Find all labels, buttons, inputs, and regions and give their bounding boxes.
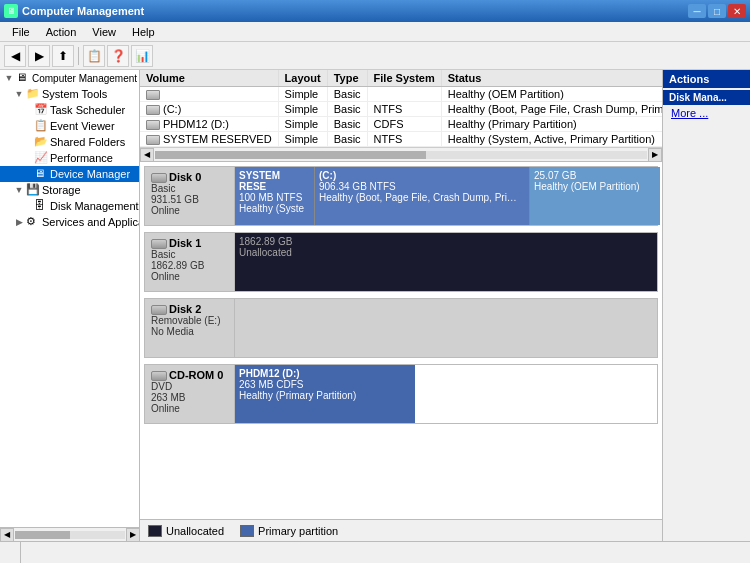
tree-item-disk-management[interactable]: 🗄 Disk Management <box>0 198 139 214</box>
tree-label-performance: Performance <box>50 152 113 164</box>
scroll-left[interactable]: ◀ <box>0 528 14 542</box>
cell-2-3: CDFS <box>367 117 441 132</box>
tree-item-shared-folders[interactable]: 📂 Shared Folders <box>0 134 139 150</box>
actions-panel: Actions Disk Mana... More ... <box>662 70 750 541</box>
disk-label-disk1: Disk 1Basic1862.89 GBOnline <box>145 233 235 291</box>
disk-drive-icon <box>151 305 167 315</box>
disk-type-label: Basic <box>151 249 228 260</box>
menu-action[interactable]: Action <box>38 24 85 40</box>
scroll-right[interactable]: ▶ <box>126 528 140 542</box>
folder-shared-icon: 📂 <box>34 135 48 149</box>
tree-item-system-tools[interactable]: ▼ 📁 System Tools <box>0 86 139 102</box>
cell-1-0: (C:) <box>140 102 278 117</box>
hscroll-right[interactable]: ▶ <box>648 148 662 162</box>
expand-icon <box>26 135 34 149</box>
disk-row-disk0: Disk 0Basic931.51 GBOnlineSYSTEM RESE100… <box>144 166 658 226</box>
table-row[interactable]: SYSTEM RESERVEDSimpleBasicNTFSHealthy (S… <box>140 132 662 147</box>
legend-primary-label: Primary partition <box>258 525 338 537</box>
tree-label-disk-management: Disk Management <box>50 200 139 212</box>
actions-section-header: Disk Mana... <box>663 90 750 105</box>
partition-status: Healthy (Boot, Page File, Crash Dump, Pr… <box>319 192 525 203</box>
up-button[interactable]: ⬆ <box>52 45 74 67</box>
tree-item-task-scheduler[interactable]: 📅 Task Scheduler <box>0 102 139 118</box>
tree-label-task-scheduler: Task Scheduler <box>50 104 125 116</box>
tree-item-storage[interactable]: ▼ 💾 Storage <box>0 182 139 198</box>
partition-size: 100 MB NTFS <box>239 192 310 203</box>
disk-size-label: 1862.89 GB <box>151 260 228 271</box>
table-row[interactable]: PHDM12 (D:)SimpleBasicCDFSHealthy (Prima… <box>140 117 662 132</box>
table-row[interactable]: (C:)SimpleBasicNTFSHealthy (Boot, Page F… <box>140 102 662 117</box>
table-hscroll[interactable]: ◀ ▶ <box>140 147 662 161</box>
partition-block[interactable]: 25.07 GBHealthy (OEM Partition) <box>530 167 660 225</box>
tree-label-device-manager: Device Manager <box>50 168 130 180</box>
hscroll-track[interactable] <box>155 151 647 159</box>
cell-2-0: PHDM12 (D:) <box>140 117 278 132</box>
cell-0-3 <box>367 87 441 102</box>
cell-2-2: Basic <box>327 117 367 132</box>
disk-type-label: Removable (E:) <box>151 315 228 326</box>
computer-icon: 🖥 <box>16 71 30 85</box>
view-button[interactable]: 📋 <box>83 45 105 67</box>
tree-scrollbar[interactable]: ◀ ▶ <box>0 527 140 541</box>
disk-label-cdrom0: CD-ROM 0DVD263 MBOnline <box>145 365 235 423</box>
legend-bar: Unallocated Primary partition <box>140 519 662 541</box>
legend-unallocated-label: Unallocated <box>166 525 224 537</box>
cell-2-1: Simple <box>278 117 327 132</box>
tree-item-event-viewer[interactable]: 📋 Event Viewer <box>0 118 139 134</box>
toolbar-separator <box>78 47 79 65</box>
menu-view[interactable]: View <box>84 24 124 40</box>
partition-status: Healthy (Primary Partition) <box>239 390 411 401</box>
disk-label-disk2: Disk 2Removable (E:)No Media <box>145 299 235 357</box>
cell-3-2: Basic <box>327 132 367 147</box>
disk-drive-icon <box>151 173 167 183</box>
legend-unallocated: Unallocated <box>148 525 224 537</box>
close-button[interactable]: ✕ <box>728 4 746 18</box>
window-controls: ─ □ ✕ <box>688 4 746 18</box>
unallocated-swatch <box>148 525 162 537</box>
toolbar: ◀ ▶ ⬆ 📋 ❓ 📊 <box>0 42 750 70</box>
help-button[interactable]: ❓ <box>107 45 129 67</box>
expand-icon: ▼ <box>2 71 16 85</box>
menu-file[interactable]: File <box>4 24 38 40</box>
disk-type-label: DVD <box>151 381 228 392</box>
minimize-button[interactable]: ─ <box>688 4 706 18</box>
col-status[interactable]: Status <box>441 70 662 87</box>
tree-label-system-tools: System Tools <box>42 88 107 100</box>
tree-item-performance[interactable]: 📈 Performance <box>0 150 139 166</box>
partition-block[interactable]: PHDM12 (D:)263 MB CDFSHealthy (Primary P… <box>235 365 415 423</box>
disk-name-label: Disk 1 <box>151 237 228 249</box>
partition-block[interactable]: (C:)906.34 GB NTFSHealthy (Boot, Page Fi… <box>315 167 530 225</box>
partition-block[interactable]: SYSTEM RESE100 MB NTFSHealthy (Syste <box>235 167 315 225</box>
partition-size: 263 MB CDFS <box>239 379 411 390</box>
menu-help[interactable]: Help <box>124 24 163 40</box>
hscroll-left[interactable]: ◀ <box>140 148 154 162</box>
main-container: ▼ 🖥 Computer Management (Local ▼ 📁 Syste… <box>0 70 750 541</box>
col-volume[interactable]: Volume <box>140 70 278 87</box>
services-icon: ⚙ <box>26 215 40 229</box>
export-button[interactable]: 📊 <box>131 45 153 67</box>
col-type[interactable]: Type <box>327 70 367 87</box>
cell-0-2: Basic <box>327 87 367 102</box>
tree-item-root[interactable]: ▼ 🖥 Computer Management (Local <box>0 70 139 86</box>
partition-name: PHDM12 (D:) <box>239 368 411 379</box>
disk-icon-small <box>146 135 160 145</box>
disk-view-area: Disk 0Basic931.51 GBOnlineSYSTEM RESE100… <box>140 162 662 519</box>
col-fs[interactable]: File System <box>367 70 441 87</box>
maximize-button[interactable]: □ <box>708 4 726 18</box>
forward-button[interactable]: ▶ <box>28 45 50 67</box>
disk-status-label: Online <box>151 271 228 282</box>
back-button[interactable]: ◀ <box>4 45 26 67</box>
col-layout[interactable]: Layout <box>278 70 327 87</box>
tree-item-device-manager[interactable]: 🖥 Device Manager <box>0 166 139 182</box>
more-action-link[interactable]: More ... <box>663 105 750 121</box>
tree-item-services[interactable]: ▶ ⚙ Services and Applications <box>0 214 139 230</box>
table-row[interactable]: SimpleBasicHealthy (OEM Partition)25.07 … <box>140 87 662 102</box>
primary-swatch <box>240 525 254 537</box>
folder-icon: 📁 <box>26 87 40 101</box>
scroll-track-h[interactable] <box>15 531 125 539</box>
disk-status-label: No Media <box>151 326 228 337</box>
disk-drive-icon <box>151 239 167 249</box>
expand-icon <box>26 103 34 117</box>
partition-block[interactable]: 1862.89 GBUnallocated <box>235 233 657 291</box>
tree-panel: ▼ 🖥 Computer Management (Local ▼ 📁 Syste… <box>0 70 140 541</box>
